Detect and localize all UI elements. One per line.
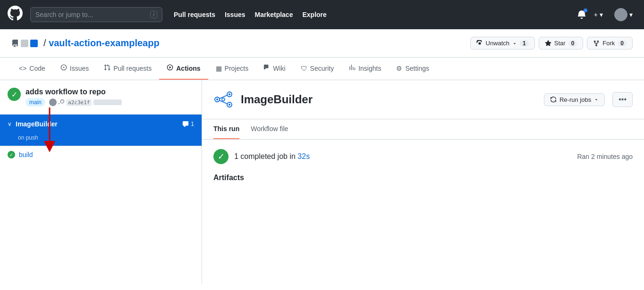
repo-color-box-gray bbox=[21, 40, 28, 47]
repo-icons bbox=[11, 40, 38, 47]
svg-point-12 bbox=[216, 99, 218, 100]
unwatch-label: Unwatch bbox=[486, 40, 510, 47]
search-input[interactable] bbox=[35, 11, 146, 18]
job-item-name: build bbox=[19, 151, 33, 158]
workflow-meta: main a2c3e1f bbox=[25, 98, 122, 107]
sub-tab-workflow-file[interactable]: Workflow file bbox=[251, 119, 288, 139]
job-comment-count: 1 bbox=[191, 121, 194, 127]
nav-explore[interactable]: Explore bbox=[302, 11, 326, 18]
dropdown-chevron-icon: ▾ bbox=[600, 11, 603, 18]
unwatch-button[interactable]: Unwatch 1 bbox=[470, 37, 535, 50]
job-comment-icon: 1 bbox=[182, 121, 194, 127]
tab-actions[interactable]: Actions bbox=[159, 58, 208, 80]
wiki-icon bbox=[263, 64, 270, 72]
artifacts-title: Artifacts bbox=[213, 174, 633, 182]
more-options-icon: ••• bbox=[619, 95, 627, 103]
fork-button[interactable]: Fork 0 bbox=[587, 37, 633, 50]
run-summary-section: ✓ 1 completed job in 32s Ran 2 minutes a… bbox=[202, 140, 644, 174]
repo-full-name: / vault-action-exampleapp bbox=[43, 38, 160, 49]
left-sidebar: ✓ adds workflow to repo main a2c3e1f bbox=[0, 80, 202, 283]
tab-insights[interactable]: Insights bbox=[341, 58, 389, 80]
nav-links: Pull requests Issues Marketplace Explore bbox=[174, 11, 327, 18]
top-nav: / Pull requests Issues Marketplace Explo… bbox=[0, 0, 644, 29]
tab-code-label: Code bbox=[29, 65, 45, 72]
eye-icon bbox=[476, 40, 483, 47]
imagebuilder-header: ImageBuilder Re-run jobs ••• bbox=[202, 80, 644, 119]
settings-icon: ⚙ bbox=[396, 65, 402, 72]
job-item-build[interactable]: ✓ build bbox=[0, 146, 202, 163]
job-success-icon: ✓ bbox=[8, 151, 15, 158]
tab-wiki[interactable]: Wiki bbox=[256, 58, 293, 80]
run-success-icon: ✓ bbox=[8, 88, 21, 101]
completed-success-icon: ✓ bbox=[213, 149, 229, 164]
ran-time: Ran 2 minutes ago bbox=[577, 153, 633, 160]
key-icon bbox=[59, 99, 64, 105]
star-button[interactable]: Star 0 bbox=[539, 37, 584, 50]
nav-pull-requests[interactable]: Pull requests bbox=[174, 11, 215, 18]
repo-actions: Unwatch 1 Star 0 Fork 0 bbox=[470, 37, 633, 50]
job-group-header[interactable]: ∨ ImageBuilder 1 bbox=[0, 115, 202, 133]
tab-issues-label: Issues bbox=[70, 65, 89, 72]
imagebuilder-title: ImageBuilder bbox=[241, 93, 536, 106]
svg-point-14 bbox=[229, 104, 230, 106]
tab-pull-requests[interactable]: Pull requests bbox=[96, 58, 159, 80]
fork-count: 0 bbox=[618, 40, 627, 47]
artifacts-section: Artifacts bbox=[202, 174, 644, 195]
tab-settings[interactable]: ⚙ Settings bbox=[389, 58, 437, 80]
duration-prefix: in bbox=[289, 152, 297, 160]
search-box[interactable]: / bbox=[30, 7, 162, 22]
tab-security-label: Security bbox=[310, 65, 334, 72]
completed-text: 1 completed job in 32s bbox=[234, 152, 310, 161]
repo-book-icon bbox=[11, 40, 19, 47]
commit-message-redacted bbox=[93, 99, 122, 105]
insights-icon bbox=[349, 64, 356, 72]
rerun-jobs-button[interactable]: Re-run jobs bbox=[544, 93, 605, 106]
tab-issues[interactable]: Issues bbox=[53, 58, 96, 80]
repo-header: / vault-action-exampleapp Unwatch 1 Star… bbox=[0, 29, 644, 58]
completed-info: ✓ 1 completed job in 32s bbox=[213, 149, 310, 164]
notification-icon[interactable] bbox=[577, 9, 586, 20]
more-options-button[interactable]: ••• bbox=[612, 92, 633, 107]
unwatch-count: 1 bbox=[520, 40, 529, 47]
nav-right: + ▾ ▾ bbox=[577, 6, 636, 23]
job-group[interactable]: ∨ ImageBuilder 1 on push bbox=[0, 115, 202, 146]
svg-point-13 bbox=[229, 93, 230, 95]
svg-marker-3 bbox=[169, 66, 171, 68]
code-icon: <> bbox=[19, 65, 26, 72]
job-trigger: on push bbox=[0, 133, 202, 146]
sub-tabs: This run Workflow file bbox=[202, 119, 644, 140]
fork-label: Fork bbox=[602, 40, 615, 47]
rerun-label: Re-run jobs bbox=[559, 96, 591, 103]
commit-info: a2c3e1f bbox=[49, 99, 122, 106]
tab-pull-requests-label: Pull requests bbox=[113, 65, 152, 72]
run-duration[interactable]: 32s bbox=[297, 152, 310, 160]
star-icon bbox=[545, 40, 551, 47]
tab-security[interactable]: 🛡 Security bbox=[293, 58, 342, 80]
job-group-title: ImageBuilder bbox=[16, 120, 178, 128]
workflow-info: adds workflow to repo main a2c3e1f bbox=[25, 88, 122, 107]
fork-icon bbox=[593, 40, 600, 47]
sub-tab-this-run[interactable]: This run bbox=[213, 119, 239, 139]
security-icon: 🛡 bbox=[301, 65, 307, 72]
rerun-icon bbox=[550, 96, 557, 103]
unwatch-chevron-icon bbox=[512, 41, 517, 46]
tab-insights-label: Insights bbox=[358, 65, 381, 72]
new-item-button[interactable]: + ▾ bbox=[590, 9, 607, 20]
tab-code[interactable]: <> Code bbox=[11, 58, 53, 80]
user-menu-button[interactable]: ▾ bbox=[610, 6, 636, 23]
star-count: 0 bbox=[568, 40, 577, 47]
commit-avatar bbox=[49, 99, 57, 106]
completed-jobs-count: 1 completed job bbox=[234, 152, 288, 160]
slash-key-badge: / bbox=[150, 11, 157, 18]
user-chevron-icon: ▾ bbox=[629, 11, 633, 18]
github-logo-icon[interactable] bbox=[8, 6, 23, 24]
repo-name-link[interactable]: vault-action-exampleapp bbox=[49, 38, 160, 48]
issues-icon bbox=[60, 64, 67, 72]
tab-projects[interactable]: ▦ Projects bbox=[208, 58, 256, 80]
nav-issues[interactable]: Issues bbox=[225, 11, 246, 18]
main-layout: ✓ adds workflow to repo main a2c3e1f bbox=[0, 80, 644, 283]
imagebuilder-icon bbox=[213, 90, 233, 109]
nav-marketplace[interactable]: Marketplace bbox=[255, 11, 293, 18]
workflow-run-header: ✓ adds workflow to repo main a2c3e1f bbox=[0, 80, 202, 115]
right-content: ImageBuilder Re-run jobs ••• This run Wo… bbox=[202, 80, 644, 283]
